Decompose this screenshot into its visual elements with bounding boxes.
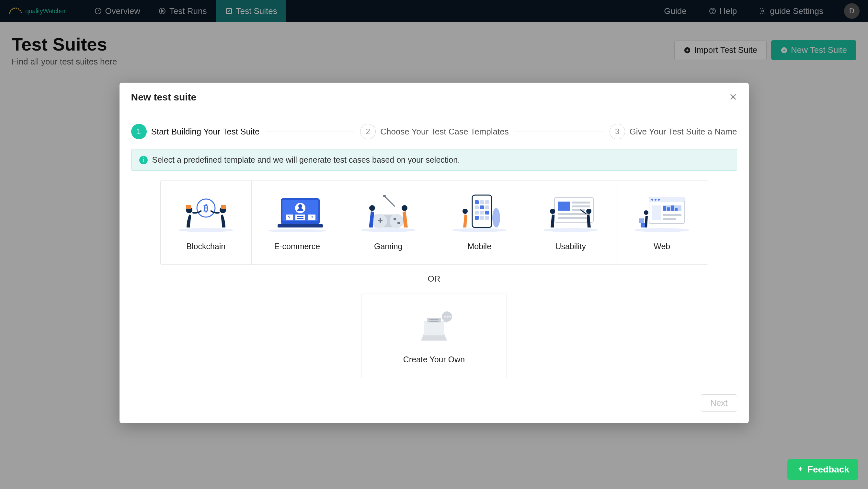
- svg-rect-84: [641, 223, 645, 228]
- step-3-label: Give Your Test Suite a Name: [630, 127, 737, 137]
- blockchain-illustration: ₿: [174, 192, 238, 233]
- svg-rect-60: [558, 202, 570, 211]
- template-blockchain[interactable]: ₿ Blockchain: [161, 181, 252, 264]
- svg-rect-81: [663, 214, 681, 216]
- svg-rect-27: [296, 214, 305, 220]
- svg-rect-52: [475, 216, 479, 220]
- step-1-num: 1: [131, 124, 147, 139]
- step-3[interactable]: 3 Give Your Test Suite a Name: [610, 124, 737, 139]
- svg-point-93: [449, 316, 451, 318]
- step-3-num: 3: [610, 124, 625, 139]
- svg-rect-16: [221, 205, 226, 209]
- ecommerce-illustration: ? ?: [265, 192, 330, 233]
- create-your-own-card[interactable]: Create Your Own: [361, 294, 507, 378]
- close-button[interactable]: ✕: [729, 92, 737, 102]
- svg-point-72: [651, 199, 653, 201]
- svg-rect-85: [639, 219, 644, 223]
- svg-point-37: [369, 205, 375, 211]
- svg-point-30: [361, 228, 416, 232]
- close-icon: ✕: [729, 92, 737, 103]
- svg-point-57: [492, 208, 500, 228]
- step-2-label: Choose Your Test Case Templates: [380, 127, 509, 137]
- modal-overlay[interactable]: New test suite ✕ 1 Start Building Your T…: [0, 0, 868, 489]
- template-gaming[interactable]: Gaming: [343, 181, 434, 264]
- svg-rect-29: [297, 218, 304, 219]
- gaming-illustration: [356, 192, 421, 233]
- svg-point-41: [452, 228, 507, 232]
- step-separator: [515, 132, 603, 132]
- svg-point-67: [586, 209, 591, 214]
- svg-point-32: [390, 214, 404, 228]
- svg-point-66: [550, 209, 555, 214]
- svg-point-58: [543, 228, 598, 232]
- svg-point-69: [634, 228, 689, 232]
- svg-rect-43: [475, 200, 479, 204]
- svg-rect-79: [671, 205, 674, 211]
- svg-rect-54: [485, 216, 489, 220]
- steps: 1 Start Building Your Test Suite 2 Choos…: [131, 124, 737, 139]
- or-label: OR: [428, 274, 440, 284]
- template-mobile-label: Mobile: [467, 242, 491, 251]
- create-own-label: Create Your Own: [403, 355, 465, 364]
- template-web-label: Web: [654, 242, 670, 251]
- svg-rect-86: [424, 321, 444, 336]
- svg-point-36: [397, 222, 400, 224]
- next-button[interactable]: Next: [701, 394, 737, 411]
- svg-rect-71: [649, 197, 685, 202]
- svg-rect-46: [475, 205, 479, 209]
- svg-rect-34: [380, 218, 381, 223]
- svg-point-22: [298, 204, 302, 208]
- step-1-label: Start Building Your Test Suite: [151, 127, 260, 137]
- svg-rect-89: [430, 321, 438, 322]
- svg-rect-15: [186, 205, 191, 209]
- info-banner: i Select a predefined template and we wi…: [131, 149, 737, 171]
- svg-point-10: [179, 228, 234, 232]
- svg-rect-51: [485, 211, 489, 214]
- svg-rect-80: [675, 208, 678, 211]
- sparkle-icon: [797, 466, 804, 473]
- svg-rect-50: [480, 211, 484, 214]
- svg-rect-62: [572, 205, 590, 207]
- template-mobile[interactable]: Mobile: [434, 181, 525, 264]
- template-ecommerce-label: E-commerce: [274, 242, 320, 251]
- svg-point-92: [446, 316, 448, 318]
- create-own-illustration: [402, 305, 466, 346]
- step-2[interactable]: 2 Choose Your Test Case Templates: [360, 124, 509, 139]
- feedback-button[interactable]: Feedback: [787, 459, 858, 480]
- step-separator: [266, 132, 354, 132]
- svg-rect-20: [278, 224, 323, 228]
- info-text: Select a predefined template and we will…: [152, 155, 460, 165]
- next-button-label: Next: [710, 398, 727, 408]
- svg-point-35: [394, 218, 396, 220]
- feedback-label: Feedback: [807, 464, 849, 475]
- svg-point-74: [658, 199, 660, 201]
- svg-point-73: [655, 199, 656, 201]
- svg-line-39: [385, 197, 395, 206]
- svg-point-56: [463, 209, 468, 214]
- template-usability[interactable]: Usability: [525, 181, 617, 264]
- svg-rect-88: [430, 319, 438, 320]
- info-icon: i: [139, 156, 148, 164]
- svg-point-83: [644, 210, 648, 215]
- web-illustration: [630, 192, 694, 233]
- step-1[interactable]: 1 Start Building Your Test Suite: [131, 124, 260, 139]
- template-web[interactable]: Web: [616, 181, 708, 264]
- template-gaming-label: Gaming: [374, 242, 403, 251]
- svg-rect-77: [663, 206, 666, 211]
- svg-text:₿: ₿: [204, 203, 208, 213]
- template-blockchain-label: Blockchain: [186, 242, 225, 251]
- svg-point-38: [402, 205, 407, 211]
- svg-text:?: ?: [288, 215, 290, 220]
- svg-rect-49: [475, 211, 479, 214]
- svg-text:?: ?: [311, 215, 313, 220]
- template-ecommerce[interactable]: ? ? E-commerce: [252, 181, 343, 264]
- svg-rect-28: [297, 216, 304, 217]
- template-usability-label: Usability: [555, 242, 586, 251]
- svg-rect-44: [480, 200, 484, 204]
- svg-rect-82: [663, 218, 676, 220]
- modal-title: New test suite: [131, 92, 196, 103]
- svg-rect-75: [652, 205, 661, 220]
- svg-rect-48: [485, 205, 489, 209]
- svg-point-40: [383, 195, 386, 197]
- svg-rect-47: [480, 205, 484, 209]
